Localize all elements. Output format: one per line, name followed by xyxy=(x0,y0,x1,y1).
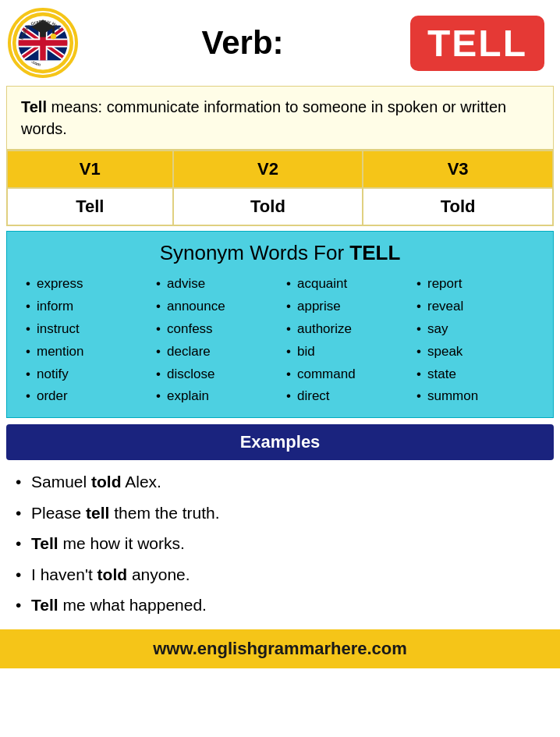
synonym-title-normal: Synonym Words For xyxy=(160,241,350,264)
definition-text: means: communicate information to someon… xyxy=(21,98,506,137)
synonym-grid: express inform instruct mention notify o… xyxy=(19,273,541,408)
footer: www.englishgrammarhere.com xyxy=(0,629,560,668)
list-item: reveal xyxy=(416,296,534,318)
tell-badge: TELL xyxy=(410,16,544,71)
examples-header-text: Examples xyxy=(240,432,321,452)
title-area: Verb: TELL xyxy=(86,16,544,71)
list-item: explain xyxy=(156,385,274,408)
v1-value: Tell xyxy=(7,188,173,225)
synonym-col-4: report reveal say speak state summon xyxy=(410,273,541,408)
list-item: advise xyxy=(156,273,274,296)
svg-point-14 xyxy=(51,34,56,39)
list-item: express xyxy=(26,273,144,296)
synonym-col-1: express inform instruct mention notify o… xyxy=(19,273,150,408)
logo-svg: English Grammar Here .com xyxy=(11,9,75,77)
verb-forms-table: V1 V2 V3 Tell Told Told xyxy=(6,150,554,226)
synonym-box: Synonym Words For TELL express inform in… xyxy=(6,231,554,418)
logo: English Grammar Here .com xyxy=(8,8,78,78)
footer-url: www.englishgrammarhere.com xyxy=(153,639,407,658)
list-item: summon xyxy=(416,385,534,408)
example-bold-2: Tell xyxy=(31,534,58,552)
definition-box: Tell means: communicate information to s… xyxy=(6,86,554,150)
examples-list: Samuel told Alex. Please tell them the t… xyxy=(16,466,544,620)
tell-badge-text: TELL xyxy=(427,23,527,64)
list-item: command xyxy=(286,363,404,386)
example-post-1: them the truth. xyxy=(109,504,219,522)
synonym-col-3: acquaint apprise authorize bid command d… xyxy=(280,273,410,408)
list-item: speak xyxy=(416,341,534,363)
list-item: I haven't told anyone. xyxy=(16,559,544,590)
definition-bold-word: Tell xyxy=(21,98,47,115)
example-post-4: me what happened. xyxy=(58,596,207,614)
example-pre-3: I haven't xyxy=(31,565,97,583)
synonym-title-bold: TELL xyxy=(349,241,400,264)
list-item: Tell me what happened. xyxy=(16,590,544,620)
example-bold-0: told xyxy=(91,473,121,491)
example-post-2: me how it works. xyxy=(58,534,185,552)
example-pre-0: Samuel xyxy=(31,473,91,491)
list-item: declare xyxy=(156,341,274,363)
svg-rect-15 xyxy=(40,31,45,37)
example-bold-1: tell xyxy=(86,504,109,522)
v3-header: V3 xyxy=(363,151,553,188)
v1-header: V1 xyxy=(7,151,173,188)
list-item: order xyxy=(26,385,144,408)
list-item: confess xyxy=(156,318,274,341)
list-item: apprise xyxy=(286,296,404,318)
list-item: state xyxy=(416,363,534,386)
example-pre-1: Please xyxy=(31,504,86,522)
header-section: English Grammar Here .com Verb: TELL xyxy=(0,0,560,86)
v2-header: V2 xyxy=(173,151,363,188)
example-bold-3: told xyxy=(97,565,127,583)
list-item: say xyxy=(416,318,534,341)
list-item: announce xyxy=(156,296,274,318)
example-bold-4: Tell xyxy=(31,596,58,614)
list-item: report xyxy=(416,273,534,296)
verb-label: Verb: xyxy=(86,24,399,62)
list-item: instruct xyxy=(26,318,144,341)
list-item: inform xyxy=(26,296,144,318)
list-item: Tell me how it works. xyxy=(16,528,544,558)
list-item: mention xyxy=(26,341,144,363)
example-post-3: anyone. xyxy=(127,565,190,583)
list-item: acquaint xyxy=(286,273,404,296)
list-item: direct xyxy=(286,385,404,408)
example-post-0: Alex. xyxy=(122,473,161,491)
list-item: notify xyxy=(26,363,144,386)
list-item: bid xyxy=(286,341,404,363)
list-item: authorize xyxy=(286,318,404,341)
examples-header: Examples xyxy=(6,424,554,460)
list-item: Samuel told Alex. xyxy=(16,466,544,497)
v2-value: Told xyxy=(173,188,363,225)
list-item: Please tell them the truth. xyxy=(16,498,544,528)
synonym-title: Synonym Words For TELL xyxy=(19,241,541,265)
list-item: disclose xyxy=(156,363,274,386)
v3-value: Told xyxy=(363,188,553,225)
synonym-col-2: advise announce confess declare disclose… xyxy=(150,273,280,408)
